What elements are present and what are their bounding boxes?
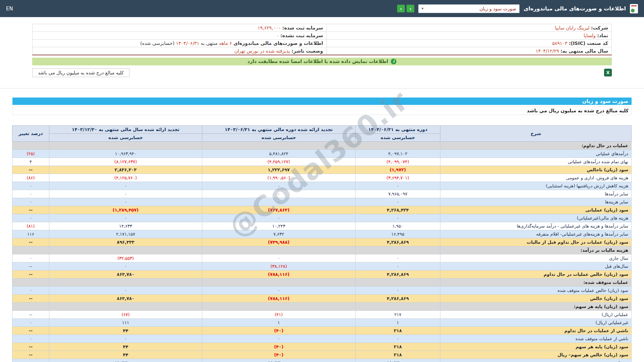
value-change-percent [12, 141, 49, 149]
value-change-percent: (۲۵) [12, 149, 49, 158]
company-info-row: سال مالی منتهی به: ۱۴۰۴/۱۲/۲۹ وضعیت ناشر… [33, 47, 612, 55]
value-prior-period [202, 246, 356, 254]
report-period-end-date: ۱۴۰۴/۰۶/۳۱ [176, 41, 200, 46]
value-prior-period: ۷,۶۳۲ [202, 230, 356, 238]
value-prior-year [49, 141, 202, 149]
row-label: سود (زیان) خالص عملیات متوقف شده [440, 286, 632, 294]
excel-export-icon[interactable]: X [604, 69, 612, 76]
value-change-percent: ۰ [12, 335, 49, 343]
value-prior-period: ۵,۴۸۱,۸۲۴ [202, 149, 356, 158]
value-change-percent: ۰ [12, 254, 49, 262]
table-row: سایر درآمدها۷,۹۶۵,۰۹۷۰۰۰ [12, 190, 632, 198]
value-prior-period: ۰ [202, 254, 356, 262]
value-change-percent: -- [12, 343, 49, 351]
value-current-period [356, 302, 440, 310]
value-change-percent [12, 246, 49, 254]
table-row: سود (زیان) خالص عملیات متوقف شده۰۰۰۰ [12, 286, 632, 294]
value-current-period: ۱۹,۶۲۹,۰۰۰ [356, 359, 440, 362]
row-label: سود (زیان) پایه هر سهم: [440, 302, 632, 310]
value-prior-period: ۱۰,۲۴۳ [202, 222, 356, 230]
value-prior-year: (۱,۲۸۹,۴۵۷) [49, 206, 202, 214]
value-prior-year: ۸۶۳,۷۸۰ [49, 294, 202, 302]
value-current-period [356, 246, 440, 254]
section-header-row: عملیات در حال تداوم: [12, 141, 632, 149]
value-prior-year [49, 278, 202, 286]
value-current-period: ۱ [356, 318, 440, 326]
col-header-current-period: دوره منتهی به ۱۴۰۴/۰۶/۳۱ [356, 125, 440, 133]
info-icon: i [391, 59, 396, 64]
isic-code-label: کد صنعت (ISIC): [569, 41, 608, 46]
value-current-period: ۰ [356, 198, 440, 206]
table-row: غیرعملیاتي (ریال)۱۱۱۱۱۰ [12, 318, 632, 326]
value-change-percent: -- [12, 166, 49, 174]
row-label: هزینه کاهش ارزش دریافتنیها (هزینه استثنا… [440, 182, 632, 190]
row-label: سود (زیان) خالص هر سهم– ریال [440, 351, 632, 359]
row-label: سود (زیان) خالص عملیات در حال تداوم [440, 270, 632, 278]
value-current-period [356, 141, 440, 149]
value-prior-year: (۸,۱۲۷,۶۳۷) [49, 158, 202, 166]
table-row: سال‌های قبل۰(۳۸,۱۲۸)۰-- [12, 262, 632, 270]
value-prior-year: ۴۴ [49, 351, 202, 359]
value-change-percent: -- [12, 294, 49, 302]
value-change-percent [12, 302, 49, 310]
value-prior-year: ۲,۱۷۱,۱۵۷ [49, 230, 202, 238]
report-type-select[interactable]: صورت سود و زیان ▾ [418, 4, 520, 13]
row-label: عملیاتي (ریال) [440, 310, 632, 318]
company-info-row: شرکت: لیزینگ رایان سایپا سرمایه ثبت شده:… [33, 24, 612, 32]
prev-report-button[interactable]: ‹ [397, 5, 405, 12]
value-prior-year: ۱۴,۶۳۳ [49, 222, 202, 230]
value-current-period: ۰ [356, 286, 440, 294]
row-label: سایر درآمدها [440, 190, 632, 198]
value-change-percent: -- [12, 238, 49, 246]
row-label: هزینه های مالی(غیرعملیاتی) [440, 214, 632, 222]
row-label: هزینه مالیات بر درآمد: [440, 246, 632, 254]
value-current-period: ۴,۲۸۶,۸۶۹ [356, 294, 440, 302]
value-change-percent: -- [12, 310, 49, 318]
table-row: سود (زیان) خالص عملیات در حال تداوم۴,۲۸۶… [12, 270, 632, 278]
value-prior-period: ۰ [202, 182, 356, 190]
value-prior-year: (۴,۱۲۵,۷۶۰) [49, 174, 202, 182]
isic-code-value: ۵۸۹۱۰۳ [552, 41, 567, 46]
statement-unit-note-text: کلیه مبالغ درج شده به میلیون ریال مي باش… [527, 108, 629, 113]
fiscal-year-end-value: ۱۴۰۴/۱۲/۲۹ [536, 48, 559, 54]
signed-info-text: اطلاعات نمایش داده شده با اطلاعات امضا ش… [248, 59, 388, 64]
value-prior-year: ۰ [49, 286, 202, 294]
value-current-period: ۴,۰۹۷,۱۰۲ [356, 149, 440, 158]
value-prior-year: ۰ [49, 214, 202, 222]
value-change-percent: ۰ [12, 198, 49, 206]
table-row: سود (زیان) پایه هر سهم۲۱۸(۴۰)۴۴-- [12, 343, 632, 351]
company-label: شرکت: [591, 25, 608, 31]
value-change-percent: -- [12, 359, 49, 362]
row-label: سال‌های قبل [440, 262, 632, 270]
col-subheader-audited-3: حسابرسی شده [49, 133, 202, 141]
table-row: بهای تمام شده درآمدهای عملیاتی(۴,۰۹۹,۰۷۴… [12, 158, 632, 166]
row-label: ناشي از عملیات در حال تداوم [440, 326, 632, 335]
language-toggle[interactable]: EN [6, 6, 13, 12]
company-name-value: لیزینگ رایان سایپا [555, 25, 589, 31]
value-prior-period: ۱۹,۶۲۹,۰۰۰ [202, 359, 356, 362]
table-row: سود (زیان) خالص هر سهم– ریال۲۱۸(۴۰)۴۴-- [12, 351, 632, 359]
registered-capital-label: سرمایه ثبت شده: [282, 25, 323, 31]
value-current-period: ۱,۹۵۰ [356, 222, 440, 230]
value-prior-year: ۰ [49, 182, 202, 190]
table-row: هزینه های مالی(غیرعملیاتی)۰۰۰۰ [12, 214, 632, 222]
row-label: بهای تمام شده درآمدهای عملیاتی [440, 158, 632, 166]
row-label: سود (زیان) پایه هر سهم [440, 343, 632, 351]
table-row: سال جاری۰۰(۳۲,۵۵۳)۰ [12, 254, 632, 262]
row-label: سایر هزینه‌ها [440, 198, 632, 206]
value-current-period: ۴,۲۶۸,۴۲۴ [356, 206, 440, 214]
value-change-percent: -- [12, 262, 49, 270]
table-row: سایر هزینه‌ها۰۰۰۰ [12, 198, 632, 206]
report-period-label: اطلاعات و صورت‌های مالی میاندوره‌ای [233, 41, 323, 46]
signed-info-banner: i اطلاعات نمایش داده شده با اطلاعات امضا… [32, 58, 612, 65]
unregistered-capital-label: سرمایه ثبت نشده: [280, 33, 323, 38]
value-prior-year: ۱۹,۶۲۹,۰۰۰ [49, 359, 202, 362]
value-prior-period: ۰ [202, 335, 356, 343]
next-report-button[interactable]: › [407, 5, 414, 12]
value-prior-year [49, 302, 202, 310]
value-prior-period: ۰ [202, 286, 356, 294]
table-row: هزینه های فروش، اداری و عمومی(۳,۶۹۴,۷۰۱)… [12, 174, 632, 182]
value-prior-period: (۴۰) [202, 343, 356, 351]
value-current-period: ۰ [356, 254, 440, 262]
col-header-prior-period: تجدید ارائه شده دوره مالي منتهي به ۱۴۰۳/… [202, 125, 356, 133]
